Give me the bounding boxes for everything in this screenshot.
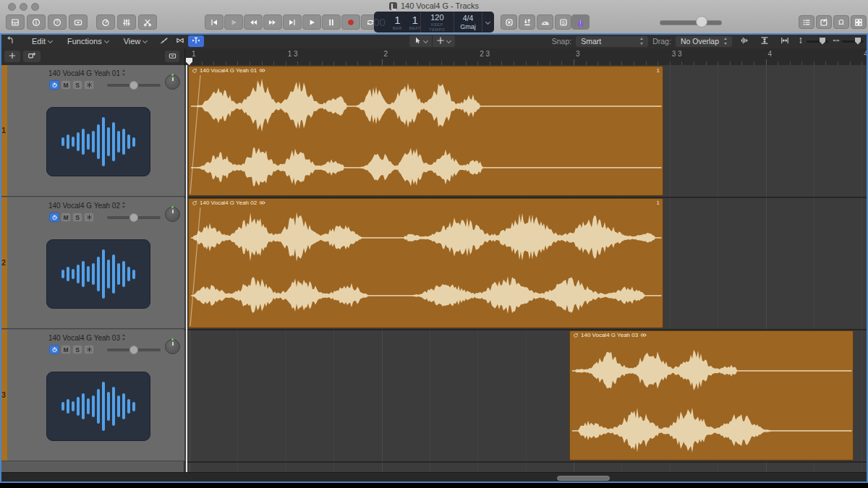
quick-help-button[interactable]: ? <box>48 14 67 30</box>
freeze-button[interactable] <box>84 80 94 90</box>
audio-region-2[interactable]: 140 Vocal4 G Yeah 021 <box>188 198 663 328</box>
lcd-display[interactable]: 00 1BAR 1BEAT 120 KEEP TEMPO 4/4 Gmaj <box>374 12 494 33</box>
pan-knob[interactable] <box>165 339 180 354</box>
track-volume-slider[interactable] <box>107 81 161 90</box>
track-name[interactable]: 140 Vocal4 G Yeah 01 <box>26 69 149 77</box>
low-latency-button[interactable] <box>501 14 517 30</box>
region-take-number: 1 <box>657 67 660 74</box>
waveform-icon-bar <box>92 395 95 417</box>
record-button[interactable] <box>341 14 360 30</box>
pause-button[interactable] <box>322 14 341 30</box>
bar-ruler[interactable]: 11 322 333 344 3 <box>185 48 868 65</box>
vertical-auto-zoom-button[interactable] <box>757 35 773 47</box>
playhead-marker[interactable] <box>186 58 192 65</box>
plus-icon <box>8 50 17 63</box>
freeze-button[interactable] <box>84 345 94 354</box>
track-header-1[interactable]: 1140 Vocal4 G Yeah 01MS <box>0 65 184 197</box>
drag-mode-back-arrow-icon[interactable] <box>3 35 17 48</box>
count-in-button[interactable] <box>519 14 535 30</box>
play-icon <box>307 18 316 27</box>
audio-region-1[interactable]: 140 Vocal4 G Yeah 011 <box>188 66 663 196</box>
automation-button[interactable] <box>156 35 172 47</box>
track-volume-thumb[interactable] <box>129 346 138 354</box>
solo-button[interactable]: S <box>72 345 82 354</box>
track-icon[interactable] <box>46 372 150 441</box>
list-editors-button[interactable] <box>799 15 814 29</box>
catch-playhead-button[interactable] <box>188 35 204 47</box>
fit-horizontal-zoom-button[interactable] <box>777 35 793 47</box>
track-header-2[interactable]: 2140 Vocal4 G Yeah 02MS <box>0 197 184 329</box>
functions-menu[interactable]: Functions <box>63 34 114 48</box>
track-icon[interactable] <box>46 239 150 309</box>
horizontal-scrollbar[interactable] <box>0 472 868 482</box>
edit-menu[interactable]: Edit <box>27 34 57 48</box>
solo-button[interactable]: S <box>72 80 82 90</box>
mixer-button[interactable] <box>117 14 136 30</box>
arrange-canvas[interactable]: 140 Vocal4 G Yeah 011140 Vocal4 G Yeah 0… <box>185 65 868 472</box>
track-header-3[interactable]: 3140 Vocal4 G Yeah 03MS <box>0 330 184 461</box>
horizontal-zoom-slider[interactable] <box>833 37 864 46</box>
playhead[interactable] <box>186 65 187 472</box>
track-volume-thumb[interactable] <box>129 81 138 90</box>
go-to-beginning-button[interactable] <box>205 14 224 30</box>
master-volume-thumb[interactable] <box>696 16 707 27</box>
library-button[interactable] <box>6 14 25 30</box>
note-pads-button[interactable] <box>816 15 832 29</box>
mute-button[interactable]: M <box>61 80 71 90</box>
freeze-button[interactable] <box>84 213 94 222</box>
horizontal-scrollbar-thumb[interactable] <box>557 476 610 481</box>
forward-button[interactable] <box>263 14 282 30</box>
master-volume-slider[interactable] <box>660 16 720 27</box>
track-name[interactable]: 140 Vocal4 G Yeah 02 <box>26 202 149 210</box>
horizontal-arrows-icon <box>833 37 840 46</box>
track-volume-thumb[interactable] <box>129 213 138 222</box>
lcd-bar-label: BAR <box>393 26 402 30</box>
pan-knob[interactable] <box>165 74 180 90</box>
track-icon[interactable] <box>46 107 150 176</box>
vertical-zoom-slider[interactable] <box>797 37 828 46</box>
view-menu[interactable]: View <box>119 34 153 48</box>
play-from-selection-button[interactable] <box>224 14 243 30</box>
track-header-config-icon <box>169 50 176 63</box>
tuner-button[interactable] <box>537 14 553 30</box>
metronome-button[interactable] <box>571 14 590 30</box>
crosshair-tool-icon <box>436 36 445 46</box>
track-on-button[interactable] <box>49 213 59 222</box>
inspector-button[interactable] <box>27 14 46 30</box>
snap-dropdown[interactable]: Smart <box>576 36 648 47</box>
track-on-button[interactable] <box>49 80 59 90</box>
track-header-config-button[interactable] <box>165 51 179 62</box>
command-click-tool-menu[interactable] <box>433 35 455 47</box>
smart-controls-button[interactable] <box>96 14 115 30</box>
rewind-button[interactable] <box>244 14 263 30</box>
add-track-button[interactable] <box>4 51 20 62</box>
waveform-zoom-button[interactable] <box>736 35 752 47</box>
solo-mode-button[interactable]: S <box>555 14 571 30</box>
browsers-button[interactable] <box>851 15 867 29</box>
toolbar-toggle-button[interactable] <box>69 14 88 30</box>
track-volume-slider[interactable] <box>107 346 161 354</box>
audio-region-3[interactable]: 140 Vocal4 G Yeah 03 <box>569 330 854 461</box>
go-to-beginning-icon <box>210 18 218 27</box>
lcd-mode-chevron[interactable] <box>482 12 494 33</box>
track-name[interactable]: 140 Vocal4 G Yeah 03 <box>26 334 149 342</box>
play-button[interactable] <box>302 14 321 30</box>
lcd-position: 00 1BAR 1BEAT <box>374 12 420 33</box>
go-to-end-button[interactable] <box>283 14 302 30</box>
waveform-icon-bar <box>117 395 120 417</box>
flex-button[interactable] <box>172 35 188 47</box>
pointer-tool-icon <box>413 36 422 46</box>
automation-icon <box>160 36 169 46</box>
mute-button[interactable]: M <box>61 345 71 354</box>
editors-button[interactable] <box>138 14 157 30</box>
pan-knob[interactable] <box>165 207 180 222</box>
track-name-updown-icon <box>122 69 127 76</box>
mute-button[interactable]: M <box>61 213 71 222</box>
apple-loops-button[interactable]: Ω <box>833 15 849 29</box>
solo-button[interactable]: S <box>72 213 82 222</box>
track-on-button[interactable] <box>49 345 59 354</box>
drag-dropdown[interactable]: No Overlap <box>676 36 732 47</box>
duplicate-track-button[interactable] <box>23 51 41 62</box>
left-click-tool-menu[interactable] <box>409 35 433 47</box>
track-volume-slider[interactable] <box>107 213 161 222</box>
